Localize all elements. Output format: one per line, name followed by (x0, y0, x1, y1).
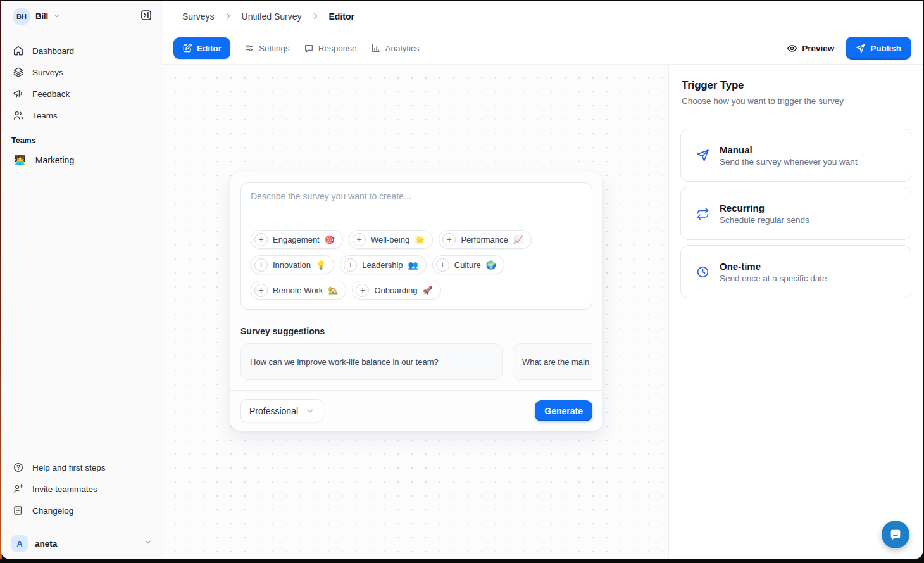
eye-icon (787, 43, 797, 54)
tab-label: Editor (197, 44, 222, 53)
tab-label: Response (318, 44, 357, 53)
topic-chip-performance[interactable]: + Performance 📈 (439, 230, 532, 249)
megaphone-icon (13, 88, 24, 99)
user-plus-icon (13, 483, 24, 495)
user-menu[interactable]: A aneta (1, 528, 163, 559)
suggestion-card[interactable]: What are the main ob (513, 343, 592, 380)
topic-chip-innovation[interactable]: + Innovation 💡 (251, 255, 334, 274)
topic-chip-onboarding[interactable]: + Onboarding 🚀 (352, 281, 440, 300)
collapse-sidebar-button[interactable] (139, 8, 154, 25)
repeat-icon (696, 207, 709, 220)
chip-emoji: 🎯 (325, 235, 335, 244)
sidebar-item-label: Teams (32, 111, 58, 120)
chevron-down-icon (53, 11, 61, 22)
chat-smile-icon (889, 528, 902, 541)
option-description: Schedule regular sends (720, 215, 809, 225)
trigger-option-recurring[interactable]: Recurring Schedule regular sends (680, 187, 911, 240)
sidebar-item-label: Changelog (32, 506, 73, 516)
sidebar-item-label: Feedback (32, 89, 70, 99)
suggestions-title: Survey suggestions (240, 326, 592, 336)
option-title: Recurring (720, 203, 809, 213)
user-name: aneta (35, 539, 137, 548)
topic-chip-engagement[interactable]: + Engagement 🎯 (251, 230, 343, 249)
tab-label: Analytics (385, 44, 420, 53)
teams-section-label: Teams (1, 126, 163, 150)
main-area: Surveys Untitled Survey Editor Editor (163, 1, 923, 559)
preview-button[interactable]: Preview (787, 43, 834, 54)
publish-button[interactable]: Publish (846, 37, 911, 60)
chip-emoji: 📈 (513, 235, 523, 244)
team-emoji: 👩‍💻 (14, 155, 26, 166)
plus-icon: + (356, 284, 369, 297)
plus-icon: + (442, 233, 456, 246)
sidebar-item-marketing[interactable]: 👩‍💻 Marketing (1, 150, 163, 170)
trigger-panel-header: Trigger Type Choose how you want to trig… (669, 65, 923, 117)
chip-label: Engagement (273, 235, 320, 244)
trigger-option-manual[interactable]: Manual Send the survey whenever you want (680, 129, 911, 182)
user-avatar: A (11, 535, 28, 552)
tab-analytics[interactable]: Analytics (371, 43, 420, 53)
chat-widget-button[interactable] (882, 521, 909, 548)
plus-icon: + (436, 258, 449, 272)
trigger-type-panel: Trigger Type Choose how you want to trig… (668, 65, 923, 559)
team-name: Marketing (35, 155, 74, 165)
option-description: Send once at a specific date (720, 274, 827, 283)
sidebar-item-help[interactable]: Help and first steps (1, 457, 163, 478)
tab-settings[interactable]: Settings (244, 43, 290, 53)
chevron-down-icon (306, 407, 315, 415)
sidebar-item-teams[interactable]: Teams (1, 104, 163, 126)
tab-label: Settings (259, 44, 290, 53)
topic-chip-leadership[interactable]: + Leadership 👥 (340, 255, 427, 274)
chip-label: Well-being (371, 235, 409, 244)
sidebar-item-label: Invite teammates (32, 484, 97, 494)
topic-chip-well-being[interactable]: + Well-being 🌟 (349, 230, 433, 249)
sidebar-item-invite[interactable]: Invite teammates (1, 478, 163, 500)
workspace-switcher: BH Bill (1, 1, 163, 32)
tab-bar: Editor Settings Response (163, 32, 923, 65)
tab-response[interactable]: Response (304, 43, 357, 53)
generate-button[interactable]: Generate (535, 400, 592, 421)
content-row: + Engagement 🎯 + Well-being 🌟 (163, 65, 923, 559)
plus-icon: + (254, 284, 268, 297)
chip-label: Performance (461, 235, 508, 244)
prompt-box: + Engagement 🎯 + Well-being 🌟 (240, 182, 592, 310)
editor-canvas[interactable]: + Engagement 🎯 + Well-being 🌟 (163, 65, 668, 559)
topic-chip-culture[interactable]: + Culture 🌍 (432, 255, 504, 274)
sidebar-item-changelog[interactable]: Changelog (1, 500, 163, 521)
publish-label: Publish (870, 44, 901, 53)
breadcrumb-untitled-survey[interactable]: Untitled Survey (242, 11, 302, 22)
bar-chart-icon (371, 43, 381, 53)
sidebar-item-dashboard[interactable]: Dashboard (1, 40, 163, 61)
chip-emoji: 💡 (316, 260, 326, 270)
chip-label: Innovation (273, 260, 311, 270)
breadcrumb: Surveys Untitled Survey Editor (163, 1, 923, 32)
sliders-icon (244, 43, 254, 53)
suggestions-row: How can we improve work-life balance in … (240, 343, 592, 380)
survey-description-input[interactable] (251, 191, 582, 224)
topic-chip-remote-work[interactable]: + Remote Work 🏡 (251, 281, 346, 300)
workspace-avatar[interactable]: BH (13, 8, 30, 25)
sidebar-item-label: Surveys (32, 68, 63, 77)
plus-icon: + (353, 233, 366, 246)
chip-emoji: 🌍 (486, 260, 496, 270)
tab-editor[interactable]: Editor (173, 37, 230, 59)
option-title: One-time (720, 261, 827, 272)
sidebar-item-surveys[interactable]: Surveys (1, 61, 163, 83)
workspace-name[interactable]: Bill (35, 11, 48, 21)
chip-emoji: 🏡 (328, 286, 338, 295)
breadcrumb-surveys[interactable]: Surveys (182, 11, 215, 22)
trigger-option-one-time[interactable]: One-time Send once at a specific date (680, 245, 911, 298)
tone-select[interactable]: Professional (240, 399, 323, 422)
suggestion-card[interactable]: How can we improve work-life balance in … (240, 343, 503, 380)
clock-icon (696, 265, 709, 279)
composer-footer: Professional Generate (230, 390, 602, 431)
chip-label: Leadership (362, 260, 403, 270)
chip-emoji: 🚀 (422, 286, 432, 295)
sidebar-item-label: Help and first steps (32, 463, 106, 472)
preview-label: Preview (802, 44, 834, 53)
sidebar-nav: Dashboard Surveys Feedback (1, 32, 163, 126)
tone-value: Professional (249, 406, 298, 416)
collapse-sidebar-icon (140, 9, 153, 23)
chip-label: Culture (454, 260, 481, 270)
sidebar-item-feedback[interactable]: Feedback (1, 83, 163, 104)
